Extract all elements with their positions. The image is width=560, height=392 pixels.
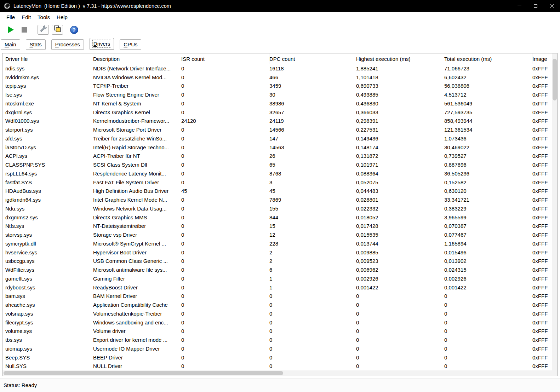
table-cell: 0,493885 xyxy=(356,92,444,98)
table-row[interactable]: fse.sysFlow Steering Engine Driver0300,4… xyxy=(2,90,557,99)
table-cell: 0 xyxy=(444,328,532,334)
table-cell: Ntfs.sys xyxy=(5,223,93,229)
table-row[interactable]: CLASSPNP.SYSSCSI Class System Dll0650,10… xyxy=(2,160,557,169)
table-cell: 0xFFF xyxy=(532,214,554,220)
table-cell: BAM Kernel Driver xyxy=(93,293,181,299)
table-row[interactable]: gameflt.sysGaming Filter010,0029260,0029… xyxy=(2,274,557,283)
options-button[interactable] xyxy=(38,25,49,35)
table-cell: ntoskrnl.exe xyxy=(5,100,93,106)
table-row[interactable]: Ndu.sysWindows Network Data Usag...01550… xyxy=(2,204,557,213)
table-row[interactable]: storvsp.sysStorage vsp Driver0120,015535… xyxy=(2,230,557,239)
table-row[interactable]: storport.sysMicrosoft Storage Port Drive… xyxy=(2,125,557,134)
table-cell: 3,965599 xyxy=(444,214,532,220)
menu-item-tools[interactable]: Tools xyxy=(34,13,53,22)
table-cell: 0,366033 xyxy=(356,109,444,115)
table-row[interactable]: Null.SYSNULL Driver00000xFFF xyxy=(2,362,557,371)
table-cell: Usermode IO Mapper Driver xyxy=(93,346,181,352)
table-row[interactable]: hvservice.sysHypervisor Boot Driver020,0… xyxy=(2,248,557,257)
table-cell: 561,536049 xyxy=(444,100,532,106)
vertical-scrollbar-thumb[interactable] xyxy=(553,59,557,100)
table-row[interactable]: Ntfs.sysNT-Dateisystemtreiber0150,017428… xyxy=(2,222,557,231)
horizontal-scrollbar-thumb[interactable] xyxy=(4,371,283,375)
tab-cpus[interactable]: CPUs xyxy=(120,39,141,50)
column-header-total-execution-ms-[interactable]: Total execution (ms) xyxy=(444,53,532,64)
table-cell: Wdf01000.sys xyxy=(5,118,93,124)
table-cell: 0,028801 xyxy=(356,197,444,203)
column-header-highest-execution-ms-[interactable]: Highest execution (ms) xyxy=(356,53,444,64)
table-cell: bam.sys xyxy=(5,293,93,299)
table-cell: 0 xyxy=(181,171,269,177)
table-row[interactable]: dxgkrnl.sysDirectX Graphics Kernel032657… xyxy=(2,108,557,117)
vertical-scrollbar[interactable] xyxy=(552,53,557,370)
menu-item-edit[interactable]: Edit xyxy=(18,13,34,22)
close-button[interactable] xyxy=(544,0,560,12)
table-row[interactable]: tbs.sysExport driver for kernel mode ...… xyxy=(2,335,557,344)
table-cell: 65 xyxy=(269,162,356,168)
minimize-button[interactable] xyxy=(511,0,527,12)
table-row[interactable]: igdkmdn64.sysIntel Graphics Kernel Mode … xyxy=(2,195,557,204)
start-monitor-button[interactable] xyxy=(4,24,17,35)
column-header-isr-count[interactable]: ISR count xyxy=(181,53,269,64)
help-button[interactable]: ? xyxy=(69,24,79,35)
table-cell: 2 xyxy=(269,249,356,255)
table-row[interactable]: ACPI.sysACPI-Treiber für NT0260,1318720,… xyxy=(2,152,557,161)
table-cell: Microsoft® SymCrypt Kernel ... xyxy=(93,241,181,247)
table-row[interactable]: HDAudBus.sysHigh Definition Audio Bus Dr… xyxy=(2,187,557,196)
table-row[interactable]: fastfat.SYSFast FAT File System Driver03… xyxy=(2,178,557,187)
table-row[interactable]: bam.sysBAM Kernel Driver00000xFFF xyxy=(2,292,557,301)
table-row[interactable]: rspLLL64.sysResplendence Latency Monit..… xyxy=(2,169,557,178)
table-row[interactable]: ntoskrnl.exeNT Kernel & System0389860,43… xyxy=(2,99,557,108)
table-cell: 727,593735 xyxy=(444,109,532,115)
table-cell: 0xFFF xyxy=(532,179,554,185)
table-cell: 0 xyxy=(181,109,269,115)
maximize-button[interactable] xyxy=(527,0,544,12)
table-row[interactable]: WdFilter.sysMicrosoft antimalware file s… xyxy=(2,265,557,274)
table-row[interactable]: tcpip.sysTCP/IP-Treiber034590,69073356,0… xyxy=(2,82,557,91)
table-row[interactable]: symcryptk.dllMicrosoft® SymCrypt Kernel … xyxy=(2,239,557,248)
table-cell: 1,101418 xyxy=(356,74,444,80)
table-row[interactable]: dxgmms2.sysDirectX Graphics MMS08440,018… xyxy=(2,213,557,222)
table-cell: BEEP Driver xyxy=(93,354,181,361)
table-row[interactable]: afd.sysTreiber für zusätzliche WinSo...0… xyxy=(2,134,557,143)
table-row[interactable]: usbccgp.sysUSB Common Class Generic ...0… xyxy=(2,257,557,266)
table-cell: 0,001422 xyxy=(356,284,444,290)
tab-drivers[interactable]: Drivers xyxy=(90,38,114,50)
table-cell: ACPI-Treiber für NT xyxy=(93,153,181,159)
tab-processes[interactable]: Processes xyxy=(51,39,84,50)
column-header-dpc-count[interactable]: DPC count xyxy=(269,53,356,64)
tab-main[interactable]: Main xyxy=(1,39,20,50)
table-row[interactable]: volsnap.sysVolumeschattenkopie-Treiber00… xyxy=(2,309,557,318)
table-cell: 0 xyxy=(356,337,444,343)
table-row[interactable]: uiomap.sysUsermode IO Mapper Driver00000… xyxy=(2,344,557,353)
menu-item-help[interactable]: Help xyxy=(53,13,71,22)
table-row[interactable]: volume.sysVolume driver00000xFFF xyxy=(2,327,557,336)
table-row[interactable]: filecrypt.sysWindows sandboxing and enc.… xyxy=(2,318,557,327)
menu-item-file[interactable]: File xyxy=(3,13,18,22)
table-cell: 0xFFF xyxy=(532,311,554,317)
tab-stats[interactable]: Stats xyxy=(26,39,46,50)
table-cell: 0xFFF xyxy=(532,276,554,282)
table-row[interactable]: Beep.SYSBEEP Driver00000xFFF xyxy=(2,353,557,362)
horizontal-scrollbar[interactable] xyxy=(2,370,552,376)
copy-report-button[interactable] xyxy=(52,25,63,35)
table-row[interactable]: Wdf01000.sysKernelmodustreiber-Framewor.… xyxy=(2,117,557,126)
table-cell: 0,070387 xyxy=(444,223,532,229)
table-row[interactable]: rdyboost.sysReadyBoost Driver010,0014220… xyxy=(2,283,557,292)
table-cell: 0xFFF xyxy=(532,188,554,194)
table-row[interactable]: ahcache.sysApplication Compatibility Cac… xyxy=(2,300,557,309)
table-cell: fastfat.SYS xyxy=(5,179,93,185)
table-cell: 0 xyxy=(269,337,356,343)
stop-monitor-button[interactable] xyxy=(18,24,30,35)
table-cell: 0 xyxy=(269,319,356,325)
table-row[interactable]: ndis.sysNDIS (Network Driver Interface..… xyxy=(2,64,557,73)
table-cell: WdFilter.sys xyxy=(5,267,93,273)
table-cell: 0,018052 xyxy=(356,214,444,220)
tab-label: Processes xyxy=(55,41,80,47)
table-row[interactable]: iaStorVD.sysIntel(R) Rapid Storage Techn… xyxy=(2,143,557,152)
table-cell: 0xFFF xyxy=(532,118,554,124)
column-header-description[interactable]: Description xyxy=(93,53,181,64)
column-header-driver-file[interactable]: Driver file xyxy=(5,53,93,64)
table-row[interactable]: nvlddmkm.sysNVIDIA Windows Kernel Mod...… xyxy=(2,73,557,82)
close-icon xyxy=(550,4,554,8)
column-header-image[interactable]: Image xyxy=(532,53,554,64)
